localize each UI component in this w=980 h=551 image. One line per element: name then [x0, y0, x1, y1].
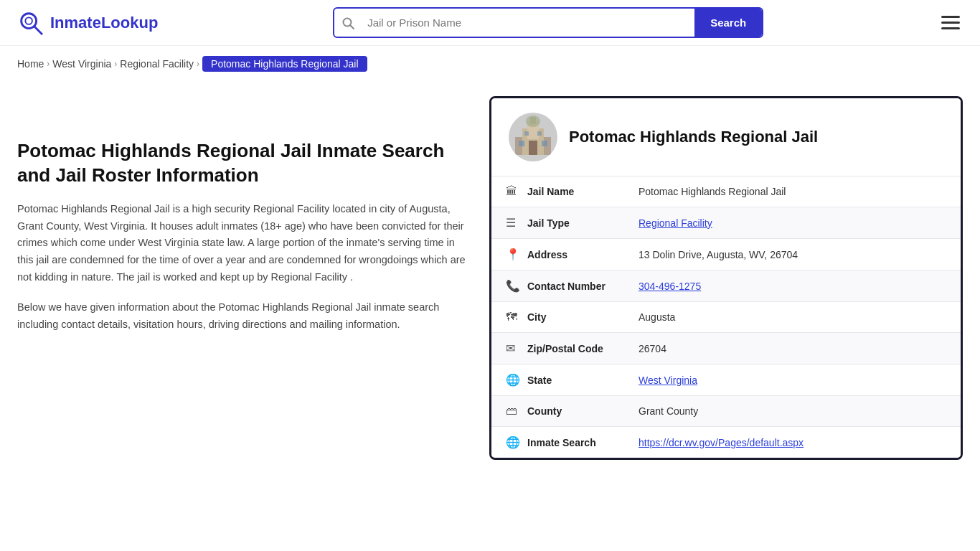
city-icon: 🗺 — [506, 311, 527, 324]
logo-link[interactable]: InmateLookup — [17, 9, 158, 37]
state-link[interactable]: West Virginia — [639, 375, 697, 386]
left-panel: Potomac Highlands Regional Jail Inmate S… — [17, 96, 466, 347]
county-icon: 🗃 — [506, 405, 527, 418]
search-wrapper: Search — [333, 7, 763, 38]
svg-point-14 — [526, 116, 540, 127]
value-contact: 304-496-1275 — [639, 281, 946, 292]
value-zip: 26704 — [639, 343, 946, 354]
value-city: Augusta — [639, 311, 946, 323]
address-icon: 📍 — [506, 248, 527, 261]
value-inmate-search: https://dcr.wv.gov/Pages/default.aspx — [639, 437, 946, 448]
value-jail-name: Potomac Highlands Regional Jail — [639, 186, 946, 197]
breadcrumb-sep-1: › — [47, 59, 50, 69]
search-button[interactable]: Search — [694, 9, 762, 37]
header: InmateLookup Search — [0, 0, 980, 46]
label-contact: Contact Number — [527, 281, 639, 292]
value-state: West Virginia — [639, 375, 946, 386]
breadcrumb-state[interactable]: West Virginia — [52, 58, 111, 70]
label-zip: Zip/Postal Code — [527, 343, 639, 354]
facility-card: Potomac Highlands Regional Jail 🏛 Jail N… — [489, 96, 963, 460]
row-zip: ✉ Zip/Postal Code 26704 — [491, 333, 961, 364]
breadcrumb-current: Potomac Highlands Regional Jail — [202, 56, 367, 72]
value-jail-type: Regional Facility — [639, 217, 946, 229]
search-icon-wrap — [334, 17, 362, 29]
info-table: 🏛 Jail Name Potomac Highlands Regional J… — [491, 176, 961, 458]
label-county: County — [527, 405, 639, 417]
breadcrumb-facility-type[interactable]: Regional Facility — [120, 58, 194, 70]
row-inmate-search: 🌐 Inmate Search https://dcr.wv.gov/Pages… — [491, 427, 961, 458]
facility-image — [509, 113, 557, 161]
svg-rect-9 — [519, 141, 524, 146]
search-area: Search — [333, 7, 763, 38]
hamburger-menu[interactable] — [938, 13, 963, 32]
logo-icon — [17, 9, 44, 37]
label-address: Address — [527, 249, 639, 260]
label-city: City — [527, 311, 639, 323]
svg-rect-11 — [529, 141, 537, 155]
state-icon: 🌐 — [506, 373, 527, 387]
hamburger-line-1 — [941, 16, 960, 18]
facility-building-icon — [512, 116, 555, 159]
row-city: 🗺 City Augusta — [491, 302, 961, 333]
phone-icon: 📞 — [506, 279, 527, 293]
svg-rect-13 — [537, 131, 542, 136]
search-input[interactable] — [362, 9, 694, 36]
row-state: 🌐 State West Virginia — [491, 364, 961, 396]
svg-line-1 — [34, 26, 42, 33]
globe-icon: 🌐 — [506, 435, 527, 449]
phone-link[interactable]: 304-496-1275 — [639, 281, 701, 292]
breadcrumb-home[interactable]: Home — [17, 58, 44, 70]
value-address: 13 Dolin Drive, Augusta, WV, 26704 — [639, 249, 946, 260]
label-jail-name: Jail Name — [527, 186, 639, 197]
logo-text: InmateLookup — [50, 14, 158, 32]
row-jail-name: 🏛 Jail Name Potomac Highlands Regional J… — [491, 176, 961, 207]
label-inmate-search: Inmate Search — [527, 437, 639, 448]
value-county: Grant County — [639, 405, 946, 417]
row-contact: 📞 Contact Number 304-496-1275 — [491, 270, 961, 302]
breadcrumb: Home › West Virginia › Regional Facility… — [0, 46, 980, 82]
breadcrumb-sep-2: › — [114, 59, 117, 69]
breadcrumb-sep-3: › — [197, 59, 199, 69]
label-jail-type: Jail Type — [527, 217, 639, 229]
svg-rect-10 — [542, 141, 547, 146]
row-county: 🗃 County Grant County — [491, 396, 961, 427]
hamburger-line-2 — [941, 22, 960, 24]
main-content: Potomac Highlands Regional Jail Inmate S… — [0, 82, 980, 474]
svg-point-2 — [25, 17, 32, 24]
row-address: 📍 Address 13 Dolin Drive, Augusta, WV, 2… — [491, 239, 961, 270]
zip-icon: ✉ — [506, 342, 527, 355]
hamburger-line-3 — [941, 27, 960, 29]
page-desc-2: Below we have given information about th… — [17, 299, 466, 334]
search-icon — [341, 17, 354, 29]
jail-icon: 🏛 — [506, 185, 527, 198]
card-title: Potomac Highlands Regional Jail — [569, 128, 818, 146]
row-jail-type: ☰ Jail Type Regional Facility — [491, 207, 961, 239]
label-state: State — [527, 375, 639, 386]
svg-rect-12 — [524, 131, 529, 136]
page-title: Potomac Highlands Regional Jail Inmate S… — [17, 139, 466, 188]
page-desc-1: Potomac Highlands Regional Jail is a hig… — [17, 201, 466, 287]
card-header: Potomac Highlands Regional Jail — [491, 98, 961, 176]
type-icon: ☰ — [506, 216, 527, 230]
jail-type-link[interactable]: Regional Facility — [639, 217, 712, 229]
svg-line-4 — [351, 25, 354, 29]
inmate-search-link[interactable]: https://dcr.wv.gov/Pages/default.aspx — [639, 437, 804, 448]
